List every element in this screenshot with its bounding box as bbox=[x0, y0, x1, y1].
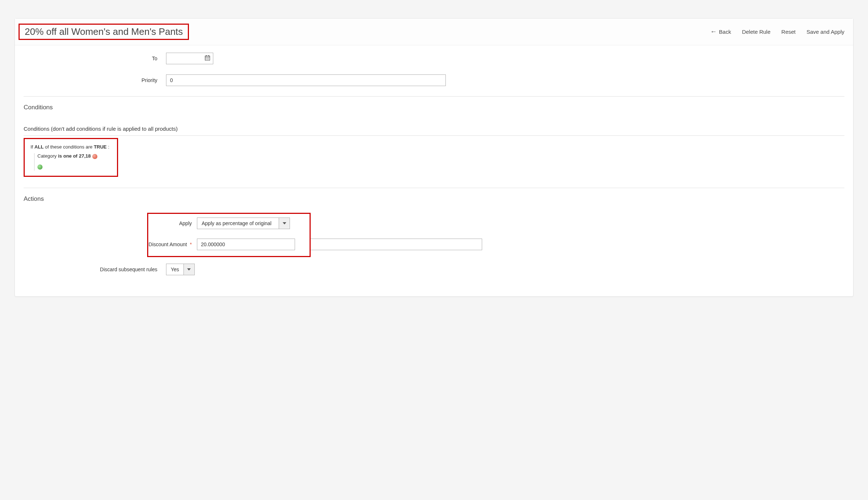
to-row: To bbox=[24, 53, 844, 64]
arrow-left-icon: ← bbox=[710, 28, 717, 36]
discount-amount-label: Discount Amount * bbox=[148, 241, 197, 247]
chevron-down-icon bbox=[187, 268, 191, 271]
back-button[interactable]: ← Back bbox=[710, 28, 731, 36]
discard-row: Discard subsequent rules Yes bbox=[24, 264, 844, 275]
discard-select[interactable]: Yes bbox=[166, 264, 195, 275]
condition-aggregator[interactable]: ALL bbox=[35, 144, 44, 150]
chevron-down-icon bbox=[283, 222, 286, 224]
condition-attribute[interactable]: Category bbox=[37, 153, 57, 159]
page-title: 20% off all Women's and Men's Pants bbox=[25, 26, 183, 37]
save-apply-button[interactable]: Save and Apply bbox=[807, 29, 844, 35]
apply-label: Apply bbox=[148, 220, 197, 226]
discard-label: Discard subsequent rules bbox=[24, 267, 166, 272]
priority-input[interactable] bbox=[166, 74, 446, 86]
conditions-title: Conditions bbox=[24, 104, 844, 111]
divider bbox=[24, 188, 844, 188]
priority-label: Priority bbox=[24, 77, 166, 83]
apply-select[interactable]: Apply as percentage of original bbox=[197, 218, 290, 229]
condition-combine[interactable]: If ALL of these conditions are TRUE : bbox=[31, 144, 111, 150]
priority-row: Priority bbox=[24, 74, 844, 86]
discount-amount-row: Discount Amount * bbox=[148, 239, 310, 250]
apply-select-value: Apply as percentage of original bbox=[197, 218, 279, 229]
condition-children: Category is one of 27,18 bbox=[34, 153, 111, 171]
conditions-highlight: If ALL of these conditions are TRUE : Ca… bbox=[24, 138, 118, 177]
add-condition-row bbox=[37, 164, 111, 171]
title-highlight: 20% off all Women's and Men's Pants bbox=[19, 24, 189, 40]
condition-operator[interactable]: is one of bbox=[58, 153, 77, 159]
divider bbox=[24, 96, 844, 97]
actions-title: Actions bbox=[24, 195, 844, 203]
discard-select-toggle[interactable] bbox=[184, 264, 195, 275]
delete-rule-button[interactable]: Delete Rule bbox=[742, 29, 770, 35]
apply-row: Apply Apply as percentage of original bbox=[148, 218, 310, 229]
actions-highlight: Apply Apply as percentage of original Di… bbox=[147, 213, 311, 257]
discard-select-value: Yes bbox=[166, 264, 184, 275]
header-bar: 20% off all Women's and Men's Pants ← Ba… bbox=[15, 19, 853, 45]
back-label: Back bbox=[719, 29, 731, 35]
condition-value-bool[interactable]: TRUE bbox=[94, 144, 106, 150]
reset-button[interactable]: Reset bbox=[782, 29, 796, 35]
condition-value[interactable]: 27,18 bbox=[79, 153, 91, 159]
discount-amount-input[interactable] bbox=[197, 239, 295, 250]
conditions-subsection: Conditions (don't add conditions if rule… bbox=[24, 126, 844, 136]
remove-condition-icon[interactable] bbox=[92, 154, 97, 159]
content-area: To bbox=[15, 45, 853, 296]
add-condition-icon[interactable] bbox=[37, 164, 43, 170]
required-star-icon: * bbox=[190, 241, 192, 247]
to-date-wrap bbox=[166, 53, 213, 64]
discount-amount-input-ext[interactable] bbox=[311, 239, 482, 250]
rule-edit-panel: 20% off all Women's and Men's Pants ← Ba… bbox=[15, 18, 853, 297]
header-actions: ← Back Delete Rule Reset Save and Apply bbox=[710, 28, 844, 36]
apply-select-toggle[interactable] bbox=[279, 218, 290, 229]
to-date-input[interactable] bbox=[166, 53, 213, 64]
condition-item: Category is one of 27,18 bbox=[37, 153, 111, 159]
to-label: To bbox=[24, 56, 166, 61]
